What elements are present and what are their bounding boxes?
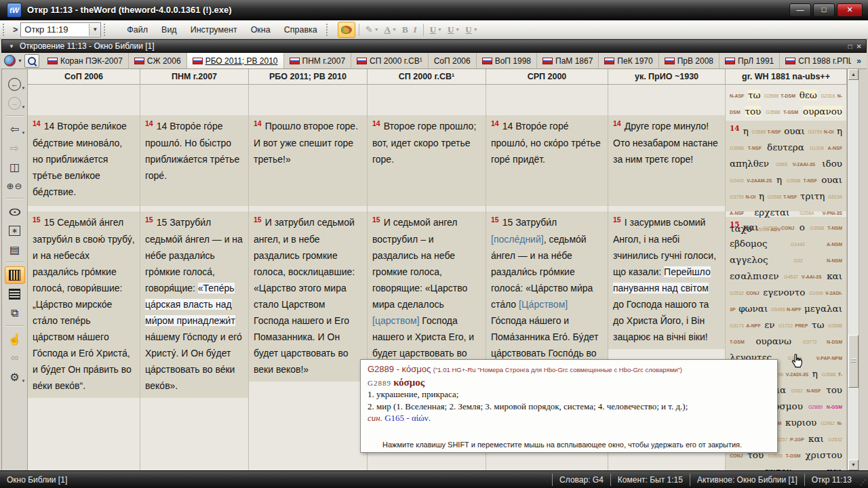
greek-word[interactable]: δευτερα — [767, 142, 804, 152]
strongs-tag[interactable]: G3588 T-GSM — [768, 453, 801, 458]
greek-word[interactable]: ουρανω — [755, 336, 791, 346]
single-version-view-button[interactable] — [5, 285, 25, 303]
minimize-button[interactable]: — — [789, 3, 811, 17]
columns-view-button[interactable] — [5, 266, 25, 284]
version-tab[interactable]: ПаМ 1867 — [537, 53, 599, 68]
view-options-eye-button[interactable]: ⊙ — [5, 203, 25, 220]
underline-style-3-button[interactable]: U▼ — [462, 23, 480, 37]
synonym-link[interactable]: G165 - αἰών. — [384, 413, 431, 423]
open-book-button[interactable]: ◫ — [5, 158, 25, 176]
strongs-tag[interactable]: G5456 N-NPF — [771, 307, 802, 312]
greek-word[interactable]: η — [812, 368, 818, 379]
version-tab[interactable]: ПрВ 2008 — [659, 53, 719, 68]
caption-maximize-icon[interactable]: □ — [848, 43, 852, 50]
greek-word[interactable]: του — [826, 384, 842, 395]
greek-word[interactable]: εν — [764, 319, 774, 330]
next-reference-button[interactable]: ⇨ — [5, 139, 25, 157]
nav-back-button[interactable]: ←▼ — [5, 75, 25, 93]
menu-инструмент[interactable]: Инструмент — [184, 23, 243, 37]
greek-word[interactable]: ιδου — [822, 158, 842, 169]
greek-word[interactable]: θεω — [800, 89, 817, 100]
strongs-tag[interactable]: G1442 A-NSM — [791, 242, 842, 247]
reference-combo[interactable]: Откр 11:19 ▼ — [20, 22, 101, 37]
version-tab[interactable]: ПНМ г.2007 — [284, 53, 352, 68]
scroll-down-button[interactable]: ▼ — [848, 460, 859, 470]
strongs-tag[interactable]: G3588 T-NSF — [768, 195, 797, 199]
scroll-up-button[interactable]: ▲ — [848, 69, 859, 80]
greek-word[interactable]: η — [776, 174, 782, 185]
resize-grip[interactable]: ⋰ — [860, 479, 867, 486]
column-header[interactable]: СРП 2000 — [486, 69, 608, 85]
greek-word[interactable]: μεγαλαι — [804, 303, 842, 314]
greek-word[interactable]: και — [827, 466, 842, 470]
greek-word[interactable]: εσαλπισεν — [730, 270, 778, 281]
strongs-tag[interactable]: G2889 N-GSM — [808, 405, 842, 409]
greek-word[interactable]: τριτη — [800, 190, 825, 201]
underline-style-1-button[interactable]: U▼ — [427, 23, 445, 37]
column-header[interactable]: ПНМ г.2007 — [140, 69, 249, 85]
toolbar-grip[interactable] — [326, 24, 331, 36]
menu-файл[interactable]: Файл — [121, 23, 154, 37]
caption-close-icon[interactable]: ✕ — [856, 43, 862, 50]
strongs-tag[interactable]: G932 N-NSF — [791, 388, 821, 393]
version-tab[interactable]: СоП 2006 — [429, 53, 477, 68]
highlight-palette-button[interactable] — [338, 22, 355, 38]
window-settings-button[interactable]: ∗ — [5, 222, 25, 239]
toolbar-grip[interactable] — [3, 24, 7, 36]
version-tab[interactable]: ПеК 1970 — [599, 53, 658, 68]
zoom-in-out-button[interactable]: ⊕⊖ — [5, 177, 25, 195]
settings-gear-button[interactable]: ⚙▼ — [5, 368, 25, 386]
greek-word[interactable]: αγγελος — [730, 254, 768, 265]
underline-style-2-button[interactable]: U▼ — [445, 23, 462, 37]
vertical-scrollbar[interactable]: ▲ ▼ — [847, 69, 859, 470]
search-button[interactable] — [24, 54, 39, 68]
greek-word[interactable]: εγενοντο — [763, 287, 805, 298]
greek-word[interactable]: εβδομος — [730, 238, 768, 249]
strongs-tag[interactable]: G2257 P-1GP — [773, 437, 804, 442]
strongs-tag[interactable]: G3588 T-DSM — [764, 94, 795, 98]
version-tab[interactable]: РБО 2011; РВ 2010 — [187, 53, 284, 68]
collapse-triangle-icon[interactable]: ▼ — [9, 43, 14, 49]
greek-word[interactable]: η — [759, 190, 764, 201]
strongs-tag[interactable]: G3588 T-NSF — [786, 178, 816, 183]
greek-word[interactable]: και — [743, 222, 759, 232]
version-tab[interactable]: СЖ 2006 — [129, 53, 187, 68]
greek-word[interactable]: χριστου — [806, 449, 842, 460]
version-tab[interactable]: ВоП 1998 — [477, 53, 537, 68]
strongs-tag[interactable]: G3588 T-NSF — [751, 129, 781, 134]
bold-button[interactable]: B — [399, 23, 411, 37]
version-tab[interactable]: Коран ПЭК-2007 — [42, 53, 129, 68]
tab-overflow-chevron[interactable]: » — [851, 53, 867, 68]
strongs-tag[interactable]: G3772 N-DSM — [803, 340, 842, 344]
chevron-down-icon[interactable]: ▼ — [18, 58, 22, 63]
greek-word[interactable]: του — [745, 106, 762, 117]
greek-word[interactable]: ουρανου — [803, 106, 842, 117]
strongs-tag[interactable]: G565 V-2AAI-3S — [776, 162, 815, 167]
strongs-tag[interactable]: G32 N-NSM — [793, 258, 842, 263]
nav-forward-button[interactable]: →▼ — [5, 94, 25, 112]
pan-mode-hand-button[interactable]: ☝ — [5, 330, 25, 348]
combo-dropdown-icon[interactable]: ▼ — [89, 24, 100, 36]
greek-word[interactable]: τω — [748, 89, 760, 100]
greek-word[interactable]: ερχεται — [754, 207, 789, 218]
menu-справка[interactable]: Справка — [278, 23, 323, 37]
strongs-tag[interactable]: G2532 CONJ — [764, 226, 795, 230]
version-tab[interactable]: ПрЛ 1991 — [719, 53, 780, 68]
greek-word[interactable]: τω — [812, 319, 824, 330]
column-header[interactable]: СоП 2006 — [28, 69, 140, 85]
greek-word[interactable]: αυτου — [764, 466, 792, 470]
copy-verses-button[interactable]: ⧉ — [5, 304, 25, 322]
strongs-tag[interactable]: G2064 V-PNI-3S — [800, 211, 842, 216]
close-button[interactable]: ✕ — [837, 3, 863, 17]
version-tab[interactable]: СП 2000 г.СВ¹ — [351, 53, 429, 68]
link-windows-button[interactable]: ∞ — [5, 349, 25, 367]
greek-word[interactable]: η — [743, 125, 749, 136]
greek-word[interactable]: και — [808, 433, 824, 444]
toolbar-grip[interactable] — [104, 24, 108, 36]
prev-reference-button[interactable]: ⇦▼ — [5, 120, 25, 138]
menu-вид[interactable]: Вид — [155, 23, 183, 37]
strongs-tag[interactable]: G3588 T-GSM — [766, 110, 798, 115]
highlighter-pen-button[interactable]: ✎▼ — [363, 23, 382, 36]
greek-word[interactable]: ουαι — [821, 174, 842, 185]
font-color-button[interactable]: A▼ — [382, 23, 399, 37]
